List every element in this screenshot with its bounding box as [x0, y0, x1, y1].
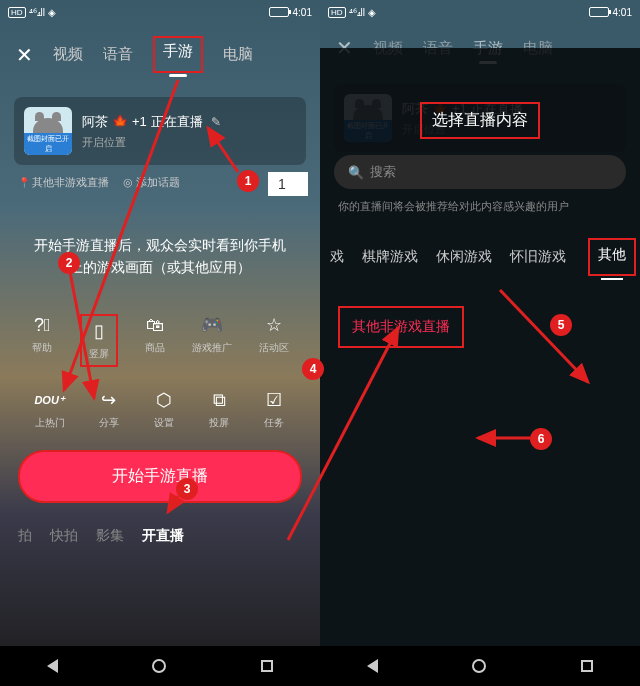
- nav-home-icon[interactable]: [472, 659, 486, 673]
- help-button[interactable]: ?⃝帮助: [31, 314, 53, 367]
- shop-button[interactable]: 🛍商品: [144, 314, 166, 367]
- help-icon: ?⃝: [31, 314, 53, 336]
- annotation-4: 4: [302, 358, 324, 380]
- tab-video[interactable]: 视频: [53, 45, 83, 64]
- tab-mobile-game[interactable]: 手游: [153, 36, 203, 73]
- wifi-icon: ◈: [368, 7, 376, 18]
- hd-badge: HD: [328, 7, 346, 18]
- nav-recent-icon[interactable]: [261, 660, 273, 672]
- icon-row-1: ?⃝帮助 ▯竖屏 🛍商品 🎮游戏推广 ☆活动区: [0, 308, 320, 373]
- cat-board[interactable]: 棋牌游戏: [362, 248, 418, 266]
- game-promo-button[interactable]: 🎮游戏推广: [192, 314, 232, 367]
- cat-other[interactable]: 其他: [588, 238, 636, 276]
- time-label: 4:01: [613, 7, 632, 18]
- dou-button[interactable]: DOU⁺上热门: [35, 389, 65, 430]
- start-stream-button[interactable]: 开始手游直播: [18, 450, 302, 503]
- settings-icon: ⬡: [153, 389, 175, 411]
- category-tabs: 戏 棋牌游戏 休闲游戏 怀旧游戏 其他: [320, 228, 640, 286]
- portrait-icon: ▯: [88, 320, 110, 342]
- phone-screen-left: HD ⁴⁶₄ll ◈ 4:01 ✕ 视频 语音 手游 电脑 截图封面已开启 阿: [0, 0, 320, 686]
- search-input[interactable]: 🔍 搜索: [334, 155, 626, 189]
- star-icon: ☆: [263, 314, 285, 336]
- task-button[interactable]: ☑任务: [263, 389, 285, 430]
- activity-button[interactable]: ☆活动区: [259, 314, 289, 367]
- close-icon[interactable]: ✕: [16, 43, 33, 67]
- cat-retro[interactable]: 怀旧游戏: [510, 248, 566, 266]
- tab-voice[interactable]: 语音: [103, 45, 133, 64]
- task-icon: ☑: [263, 389, 285, 411]
- wifi-icon: ◈: [48, 7, 56, 18]
- portrait-button[interactable]: ▯竖屏: [80, 314, 118, 367]
- category-tag[interactable]: 其他非游戏直播: [18, 175, 109, 190]
- edit-icon[interactable]: ✎: [211, 115, 221, 129]
- result-other-nongame[interactable]: 其他非游戏直播: [338, 306, 464, 348]
- card-title: 阿茶🍁+1正在直播 ✎: [82, 113, 221, 131]
- nav-recent-icon[interactable]: [581, 660, 593, 672]
- nav-home-icon[interactable]: [152, 659, 166, 673]
- icon-row-2: DOU⁺上热门 ↪分享 ⬡设置 ⧉投屏 ☑任务: [0, 383, 320, 436]
- tab-album[interactable]: 影集: [96, 527, 124, 545]
- cast-icon: ⧉: [208, 389, 230, 411]
- search-icon: 🔍: [348, 165, 364, 180]
- avatar[interactable]: 截图封面已开启: [24, 107, 72, 155]
- avatar-tag: 截图封面已开启: [24, 133, 72, 155]
- annotation-input: 1: [268, 172, 308, 196]
- annotation-1: 1: [237, 170, 259, 192]
- share-button[interactable]: ↪分享: [98, 389, 120, 430]
- nav-back-icon[interactable]: [367, 659, 378, 673]
- share-icon: ↪: [98, 389, 120, 411]
- time-label: 4:01: [293, 7, 312, 18]
- shop-icon: 🛍: [144, 314, 166, 336]
- signal-icon: ⁴⁶₄ll: [29, 7, 45, 18]
- status-bar: HD ⁴⁶₄ll ◈ 4:01: [320, 0, 640, 24]
- battery-icon: [589, 7, 609, 17]
- search-placeholder: 搜索: [370, 163, 396, 181]
- description: 开始手游直播后，观众会实时看到你手机上的游戏画面（或其他应用）: [0, 198, 320, 298]
- phone-screen-right: HD ⁴⁶₄ll ◈ 4:01 ✕ 视频 语音 手游 电脑 截图封面已开启 阿: [320, 0, 640, 686]
- nav-back-icon[interactable]: [47, 659, 58, 673]
- card-sub[interactable]: 开启位置: [82, 135, 221, 150]
- cat-frag[interactable]: 戏: [330, 248, 344, 266]
- annotation-6: 6: [530, 428, 552, 450]
- annotation-5: 5: [550, 314, 572, 336]
- search-description: 你的直播间将会被推荐给对此内容感兴趣的用户: [320, 195, 640, 228]
- leaf-icon: 🍁: [112, 114, 128, 129]
- signal-icon: ⁴⁶₄ll: [349, 7, 365, 18]
- status-bar: HD ⁴⁶₄ll ◈ 4:01: [0, 0, 320, 24]
- annotation-2: 2: [58, 252, 80, 274]
- category-modal: 选择直播内容 🔍 搜索 你的直播间将会被推荐给对此内容感兴趣的用户 戏 棋牌游戏…: [320, 48, 640, 686]
- hd-badge: HD: [8, 7, 26, 18]
- user-card: 截图封面已开启 阿茶🍁+1正在直播 ✎ 开启位置: [14, 97, 306, 165]
- tab-pc[interactable]: 电脑: [223, 45, 253, 64]
- bottom-tabs: 拍 快拍 影集 开直播: [0, 517, 320, 555]
- battery-icon: [269, 7, 289, 17]
- modal-title: 选择直播内容: [420, 102, 540, 139]
- dou-icon: DOU⁺: [39, 389, 61, 411]
- android-nav: [0, 646, 320, 686]
- tab-quick[interactable]: 快拍: [50, 527, 78, 545]
- settings-button[interactable]: ⬡设置: [153, 389, 175, 430]
- tab-shoot[interactable]: 拍: [18, 527, 32, 545]
- cast-button[interactable]: ⧉投屏: [208, 389, 230, 430]
- topic-tag[interactable]: 添加话题: [123, 175, 180, 190]
- top-bar: ✕ 视频 语音 手游 电脑: [0, 24, 320, 85]
- tab-live[interactable]: 开直播: [142, 527, 184, 545]
- game-icon: 🎮: [201, 314, 223, 336]
- annotation-3: 3: [176, 478, 198, 500]
- android-nav: [320, 646, 640, 686]
- cat-casual[interactable]: 休闲游戏: [436, 248, 492, 266]
